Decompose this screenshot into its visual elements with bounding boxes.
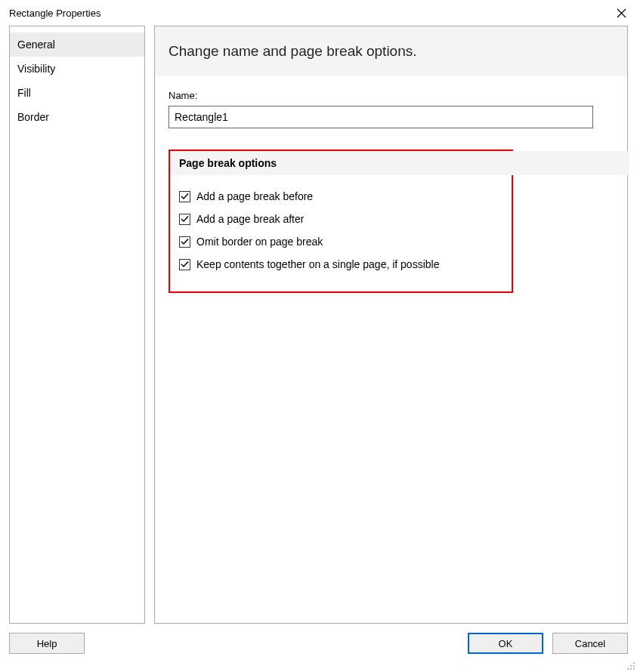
- checkbox-row-break-before[interactable]: Add a page break before: [179, 190, 502, 202]
- nav-item-general[interactable]: General: [10, 32, 144, 57]
- content-inner: Name: Page break options Add a page brea…: [155, 76, 627, 307]
- close-icon[interactable]: [614, 6, 628, 20]
- svg-point-1: [630, 665, 632, 667]
- checkbox-icon[interactable]: [179, 214, 190, 225]
- help-button[interactable]: Help: [9, 633, 85, 654]
- titlebar: Rectangle Properties: [0, 0, 637, 26]
- button-bar: Help OK Cancel: [0, 624, 637, 660]
- cancel-button[interactable]: Cancel: [552, 633, 628, 654]
- name-label: Name:: [169, 90, 614, 101]
- checkbox-label: Omit border on page break: [196, 236, 323, 248]
- checkbox-row-omit-border[interactable]: Omit border on page break: [179, 236, 502, 248]
- button-bar-right: OK Cancel: [468, 633, 628, 654]
- content-header: Change name and page break options.: [155, 26, 627, 76]
- ok-button[interactable]: OK: [468, 633, 543, 654]
- checkbox-row-keep-together[interactable]: Keep contents together on a single page,…: [179, 258, 502, 270]
- dialog-title: Rectangle Properties: [9, 8, 100, 19]
- svg-point-5: [633, 668, 635, 670]
- checkbox-icon[interactable]: [179, 236, 190, 248]
- resize-grip-icon[interactable]: [625, 660, 635, 670]
- name-input[interactable]: [169, 106, 593, 128]
- checkbox-label: Add a page break after: [196, 213, 304, 225]
- checkbox-label: Keep contents together on a single page,…: [196, 258, 439, 270]
- page-break-group: Page break options Add a page break befo…: [169, 150, 513, 293]
- nav-item-border[interactable]: Border: [10, 105, 144, 129]
- content-panel: Change name and page break options. Name…: [154, 26, 628, 624]
- nav-item-fill[interactable]: Fill: [10, 81, 144, 105]
- checkbox-icon[interactable]: [179, 191, 190, 202]
- svg-point-0: [633, 662, 635, 664]
- svg-point-4: [630, 668, 632, 670]
- nav-item-visibility[interactable]: Visibility: [10, 57, 144, 81]
- checkbox-label: Add a page break before: [196, 190, 313, 202]
- checkbox-row-break-after[interactable]: Add a page break after: [179, 213, 502, 225]
- svg-point-2: [633, 665, 635, 667]
- svg-point-3: [627, 668, 629, 670]
- page-break-title: Page break options: [170, 151, 512, 175]
- dialog-body: General Visibility Fill Border Change na…: [0, 26, 637, 624]
- checkbox-icon[interactable]: [179, 259, 190, 270]
- nav-panel: General Visibility Fill Border: [9, 26, 145, 624]
- checkbox-list: Add a page break before Add a page break…: [179, 190, 502, 270]
